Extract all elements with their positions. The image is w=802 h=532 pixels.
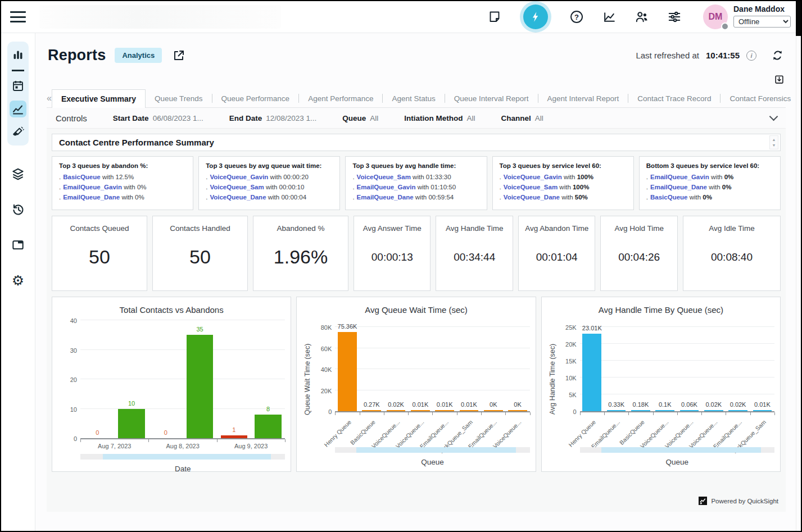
tab-executive-summary[interactable]: Executive Summary <box>52 89 146 108</box>
sidebar-item-metrics-bar-chart-icon[interactable] <box>10 47 26 63</box>
kpi-label: Avg Abandon Time <box>519 216 595 233</box>
refresh-icon[interactable] <box>771 49 784 62</box>
sidebar-item-window-icon[interactable] <box>10 237 26 253</box>
y-tick-label: 0 <box>312 408 332 415</box>
queue-link[interactable]: EmailQueue_Gavin <box>63 184 122 190</box>
tab-queue-interval-report[interactable]: Queue Interval Report <box>445 89 538 107</box>
filter-label: Channel <box>501 114 531 122</box>
summary-stepper[interactable]: ▲ ▼ <box>769 135 778 149</box>
step-down-icon[interactable]: ▼ <box>772 143 776 147</box>
step-up-icon[interactable]: ▲ <box>772 138 776 142</box>
queue-link[interactable]: EmailQueue_Dane <box>63 194 120 201</box>
bullet: . <box>352 194 354 201</box>
tab-agent-status[interactable]: Agent Status <box>383 89 444 107</box>
user-block: DM Dane Maddox Offline <box>703 4 791 29</box>
metrics-chart-icon[interactable] <box>602 10 617 24</box>
filter-end-date[interactable]: End Date12/08/2023 1... <box>229 114 317 122</box>
queue-link[interactable]: EmailQueue_Dane <box>357 194 414 201</box>
page-scrollbar-thumb[interactable] <box>796 1 801 36</box>
sidebar-item-design-brush-icon[interactable] <box>10 124 26 140</box>
insight-value: 00:00:04 <box>281 194 306 201</box>
page-scrollbar[interactable] <box>796 1 801 531</box>
tab-queue-performance[interactable]: Queue Performance <box>212 89 299 107</box>
chart-title: Avg Handle Time By Queue (sec) <box>547 305 774 315</box>
category-label: Aug 9, 2023 <box>217 443 285 453</box>
tab-agent-interval-report[interactable]: Agent Interval Report <box>538 89 628 107</box>
tick-mark <box>360 412 360 415</box>
filter-intiation-method[interactable]: Intiation MethodAll <box>404 114 475 122</box>
bar <box>753 410 772 412</box>
queue-link[interactable]: VoiceQueue_Sam <box>504 184 558 190</box>
category-labels: Henry QueueEmailQueue...BasicQueueVoiceQ… <box>580 416 774 446</box>
filter-value: All <box>467 114 475 122</box>
status-dot <box>721 22 729 30</box>
chart-scrollbar-thumb[interactable] <box>356 447 516 453</box>
kpi-avg-abandon-time: Avg Abandon Time00:01:04 <box>518 216 595 291</box>
tabs-scroll-left-icon[interactable]: « <box>47 89 52 107</box>
sidebar-item-schedule-calendar-icon[interactable] <box>10 78 26 94</box>
insight-item: .EmailQueue_Dane with 00:59:54 <box>352 194 479 201</box>
controls-collapse-chevron-icon[interactable] <box>769 112 778 121</box>
queue-link[interactable]: VoiceQueue_Dane <box>210 194 266 201</box>
kpi-contacts-queued: Contacts Queued50 <box>52 216 147 291</box>
filter-queue[interactable]: QueueAll <box>342 114 378 122</box>
insight-mid: with <box>707 184 722 190</box>
hamburger-menu-icon[interactable] <box>10 11 26 22</box>
tab-queue-trends[interactable]: Queue Trends <box>146 89 212 107</box>
bar-slot: 0.02K <box>701 328 726 411</box>
insight-value: 12.5% <box>116 174 134 180</box>
y-tick-label: 5K <box>558 392 577 398</box>
queue-link[interactable]: EmailQueue_Gavin <box>650 174 709 180</box>
tab-agent-performance[interactable]: Agent Performance <box>299 89 382 107</box>
download-icon[interactable] <box>774 74 785 85</box>
queue-link[interactable]: VoiceQueue_Gavin <box>210 174 268 180</box>
queue-link[interactable]: BasicQueue <box>650 194 687 201</box>
queue-link[interactable]: EmailQueue_Dane <box>650 184 707 190</box>
queue-link[interactable]: EmailQueue_Gavin <box>357 184 416 190</box>
task-note-icon[interactable] <box>487 10 502 24</box>
sidebar-item-history-icon[interactable] <box>10 201 26 218</box>
queue-link[interactable]: VoiceQueue_Sam <box>357 174 411 180</box>
filter-start-date[interactable]: Start Date06/08/2023 1... <box>113 114 203 122</box>
bar-slot: 0.01K <box>457 328 481 411</box>
queue-link[interactable]: VoiceQueue_Dane <box>504 194 560 201</box>
tab-contact-forensics[interactable]: Contact Forensics <box>721 89 800 107</box>
tick-mark <box>726 412 726 415</box>
queue-link[interactable]: VoiceQueue_Gavin <box>504 174 562 180</box>
insight-value: 0% <box>135 194 144 201</box>
plot-area: 05K10K15K20K25K23.01K0.33K0.18K0.1K0.06K… <box>580 328 774 412</box>
sidebar-item-reports-line-chart-icon[interactable] <box>10 101 26 117</box>
tick-mark <box>217 439 218 442</box>
insight-item: .VoiceQueue_Sam with 100% <box>500 184 627 190</box>
info-icon[interactable]: i <box>746 51 756 61</box>
quick-actions-bolt-button[interactable] <box>523 4 548 29</box>
bar-slot: 8 <box>251 321 286 438</box>
insight-heading: Top 3 queues by abandon %: <box>59 162 186 169</box>
help-icon[interactable]: ? <box>569 10 584 24</box>
chart-scrollbar-thumb[interactable] <box>601 447 761 453</box>
queue-link[interactable]: BasicQueue <box>63 174 100 180</box>
tick-mark <box>384 412 384 415</box>
kpi-value: 00:04:26 <box>601 233 677 290</box>
tabs: Executive SummaryQueue TrendsQueue Perfo… <box>52 89 800 107</box>
bar-slot: 0 <box>148 321 183 438</box>
bullet: . <box>646 184 648 190</box>
chart-scrollbar-thumb[interactable] <box>103 454 271 460</box>
tab-contact-trace-record[interactable]: Contact Trace Record <box>628 89 720 107</box>
sidebar-item-settings-gear-icon[interactable]: ⚙ <box>10 272 26 289</box>
filter-label: Intiation Method <box>404 114 463 122</box>
sidebar: ⚙ <box>1 33 35 532</box>
bar-slot: 0.01K <box>433 328 457 411</box>
queue-link[interactable]: VoiceQueue_Sam <box>210 184 264 190</box>
kpi-label: Abandoned % <box>253 216 348 233</box>
tick-mark <box>335 412 336 415</box>
kpi-avg-answer-time: Avg Answer Time00:00:13 <box>354 216 431 291</box>
filter-channel[interactable]: ChannelAll <box>501 114 543 122</box>
settings-sliders-icon[interactable] <box>667 10 682 24</box>
open-external-icon[interactable] <box>172 49 185 62</box>
users-icon[interactable] <box>635 10 649 24</box>
filter-value: All <box>370 114 378 122</box>
bar <box>655 410 674 412</box>
sidebar-item-layers-icon[interactable] <box>10 166 26 183</box>
agent-status-select[interactable]: Offline <box>733 16 791 28</box>
